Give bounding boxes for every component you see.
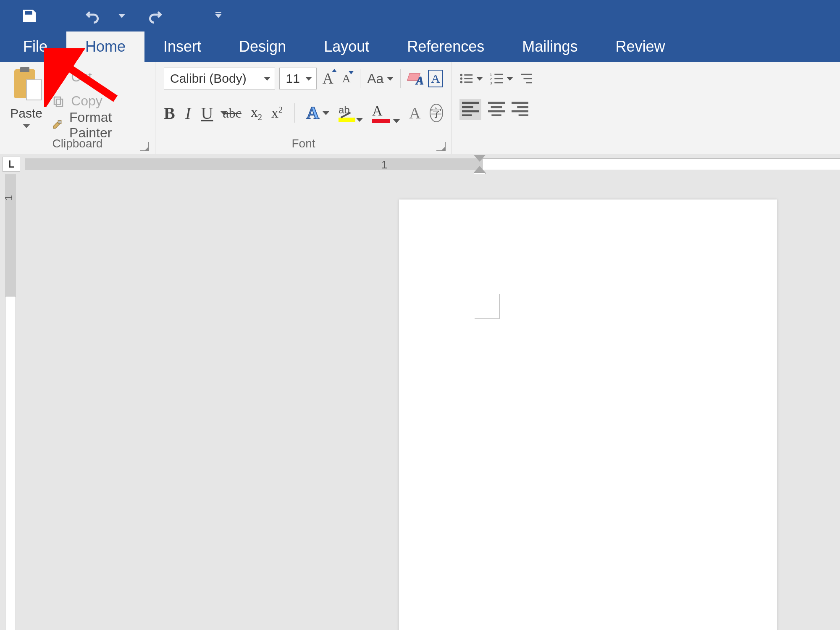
change-case-label: Aa bbox=[367, 71, 383, 87]
undo-dropdown[interactable] bbox=[109, 3, 134, 29]
change-case-button[interactable]: Aa bbox=[367, 71, 394, 87]
font-color-A-icon: A bbox=[372, 103, 390, 119]
ribbon: Paste Cut Copy bbox=[0, 62, 840, 154]
strikethrough-button[interactable]: abc bbox=[223, 105, 242, 121]
group-clipboard: Paste Cut Copy bbox=[0, 62, 155, 154]
align-right-button[interactable] bbox=[512, 102, 528, 118]
separator bbox=[294, 103, 295, 123]
separator bbox=[360, 69, 360, 88]
svg-rect-14 bbox=[494, 78, 503, 79]
group-font: Calibri (Body) 11 A A Aa A bbox=[155, 62, 452, 154]
paste-button[interactable]: Paste bbox=[9, 65, 43, 137]
horizontal-ruler[interactable]: L 1 bbox=[0, 154, 840, 174]
cut-button[interactable]: Cut bbox=[50, 66, 149, 89]
first-line-indent-icon bbox=[474, 155, 486, 162]
undo-icon bbox=[84, 8, 100, 24]
align-right-icon bbox=[512, 102, 528, 116]
chevron-down-icon bbox=[507, 77, 513, 81]
svg-rect-2 bbox=[54, 97, 60, 105]
font-name-value: Calibri (Body) bbox=[170, 71, 247, 86]
font-size-dropdown[interactable]: 11 bbox=[279, 68, 316, 89]
font-launcher[interactable] bbox=[436, 142, 446, 151]
svg-point-5 bbox=[460, 74, 462, 76]
document-page[interactable] bbox=[399, 200, 777, 630]
ruler-active-region bbox=[482, 158, 840, 170]
svg-rect-22 bbox=[462, 110, 479, 112]
undo-button[interactable] bbox=[80, 3, 105, 29]
highlight-button[interactable]: ab bbox=[339, 104, 363, 122]
subscript-button[interactable]: x2 bbox=[251, 104, 262, 122]
paste-icon bbox=[12, 68, 41, 102]
italic-button[interactable]: I bbox=[184, 103, 192, 123]
character-shading-button[interactable]: A bbox=[409, 104, 420, 122]
customize-qat-dropdown[interactable] bbox=[206, 3, 231, 29]
align-left-button[interactable] bbox=[459, 99, 481, 120]
copy-label: Copy bbox=[71, 93, 102, 109]
tab-selector[interactable]: L bbox=[3, 157, 20, 172]
chevron-down-icon bbox=[356, 118, 363, 122]
multilevel-icon bbox=[520, 72, 534, 85]
vruler-inactive bbox=[5, 174, 16, 296]
superscript-button[interactable]: x2 bbox=[271, 105, 283, 121]
svg-rect-3 bbox=[56, 99, 63, 107]
numbering-icon: 123 bbox=[490, 72, 504, 85]
redo-button[interactable] bbox=[143, 3, 168, 29]
numbering-button[interactable]: 123 bbox=[490, 72, 513, 85]
copy-icon bbox=[50, 95, 67, 108]
font-size-value: 11 bbox=[286, 71, 299, 86]
svg-text:3: 3 bbox=[490, 81, 492, 85]
tab-references[interactable]: References bbox=[388, 32, 503, 62]
tab-mailings[interactable]: Mailings bbox=[503, 32, 596, 62]
vruler-number: 1 bbox=[3, 195, 15, 200]
chevron-down-icon bbox=[393, 119, 400, 123]
bullets-button[interactable] bbox=[459, 72, 483, 85]
tab-review[interactable]: Review bbox=[596, 32, 684, 62]
font-color-button[interactable]: A bbox=[372, 103, 400, 123]
tab-design[interactable]: Design bbox=[220, 32, 305, 62]
enclose-characters-button[interactable]: 字 bbox=[430, 104, 443, 122]
paintbrush-icon bbox=[50, 119, 65, 131]
character-border-button[interactable]: A bbox=[428, 70, 443, 87]
tab-layout[interactable]: Layout bbox=[305, 32, 388, 62]
vertical-ruler[interactable]: 1 bbox=[0, 174, 21, 630]
svg-rect-18 bbox=[524, 78, 532, 79]
tab-insert[interactable]: Insert bbox=[144, 32, 220, 62]
svg-rect-28 bbox=[512, 102, 528, 104]
save-button[interactable] bbox=[17, 3, 42, 29]
char-border-A: A bbox=[431, 71, 440, 86]
svg-rect-30 bbox=[512, 110, 528, 112]
svg-rect-24 bbox=[488, 102, 505, 104]
save-icon bbox=[21, 8, 38, 24]
tab-home[interactable]: Home bbox=[66, 32, 144, 62]
font-group-label: Font bbox=[291, 137, 315, 150]
tab-file[interactable]: File bbox=[0, 32, 66, 62]
svg-rect-6 bbox=[464, 74, 472, 76]
svg-rect-19 bbox=[526, 82, 532, 84]
clear-formatting-button[interactable]: A bbox=[407, 71, 424, 87]
format-painter-label: Format Painter bbox=[69, 110, 149, 141]
bold-button[interactable]: B bbox=[164, 103, 175, 123]
svg-rect-25 bbox=[491, 106, 502, 108]
shrink-font-button[interactable]: A bbox=[339, 72, 354, 85]
scissors-icon bbox=[50, 71, 67, 84]
format-painter-button[interactable]: Format Painter bbox=[50, 113, 149, 137]
svg-rect-16 bbox=[494, 82, 503, 84]
clipboard-group-label: Clipboard bbox=[52, 137, 103, 150]
document-area[interactable] bbox=[21, 174, 840, 630]
svg-rect-29 bbox=[517, 106, 528, 108]
clipboard-launcher[interactable] bbox=[140, 142, 149, 151]
svg-rect-4 bbox=[58, 120, 61, 123]
multilevel-list-button[interactable] bbox=[520, 72, 534, 85]
paste-label: Paste bbox=[10, 106, 42, 121]
svg-point-9 bbox=[460, 81, 462, 84]
svg-rect-20 bbox=[462, 102, 479, 104]
grow-font-button[interactable]: A bbox=[321, 70, 335, 87]
underline-button[interactable]: U bbox=[201, 103, 214, 123]
align-center-icon bbox=[488, 102, 505, 116]
svg-rect-8 bbox=[464, 78, 472, 79]
quick-access-toolbar bbox=[0, 0, 840, 32]
text-effects-button[interactable]: A bbox=[307, 103, 329, 123]
separator bbox=[400, 69, 401, 88]
align-center-button[interactable] bbox=[488, 102, 505, 118]
font-name-dropdown[interactable]: Calibri (Body) bbox=[164, 68, 275, 89]
